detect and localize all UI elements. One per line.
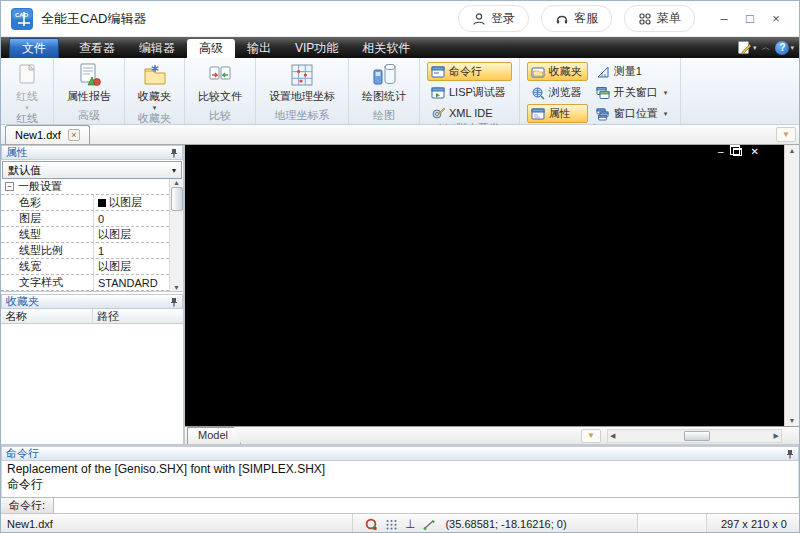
properties-scrollbar[interactable]: ▲ ▼	[169, 179, 183, 291]
grid-toggle-icon[interactable]	[385, 518, 398, 531]
canvas-scroll-up-icon[interactable]: ▲	[789, 147, 796, 154]
help-button[interactable]: ? ▾	[775, 41, 794, 55]
command-history[interactable]: Replacement of the [Geniso.SHX] font wit…	[1, 461, 799, 497]
mdi-close-icon[interactable]: ✕	[751, 147, 759, 157]
favorites-col-path[interactable]: 路径	[93, 309, 183, 323]
favorites-big-button[interactable]: 收藏夹 ▾	[132, 61, 177, 112]
window-properties-toggle[interactable]: 属性	[527, 104, 588, 123]
favorites-list[interactable]	[1, 324, 183, 444]
document-tab[interactable]: New1.dxf ×	[5, 125, 90, 144]
drawing-stats-button[interactable]: 绘图统计	[356, 61, 412, 105]
compare-files-label: 比较文件	[198, 89, 242, 104]
maximize-button[interactable]: □	[737, 11, 763, 26]
properties-pin-button[interactable]	[170, 148, 178, 158]
menu-button[interactable]: 菜单	[624, 5, 695, 32]
canvas-scroll-right-icon[interactable]: ▶	[774, 432, 779, 440]
color-swatch-icon	[98, 199, 106, 207]
command-line-button[interactable]: 命令行	[427, 62, 512, 81]
window-position-button[interactable]: 窗口位置 ▾	[592, 104, 674, 123]
document-tab-list-chevron-icon[interactable]: ▼	[776, 127, 796, 142]
favorites-col-name[interactable]: 名称	[1, 309, 93, 323]
mdi-minimize-icon[interactable]: –	[718, 147, 724, 157]
property-value[interactable]: 以图层	[93, 227, 169, 242]
polar-toggle-icon[interactable]	[422, 518, 437, 531]
login-button[interactable]: 登录	[458, 5, 529, 32]
properties-panel-title: 属性	[6, 145, 28, 160]
canvas-hscroll-thumb[interactable]	[684, 431, 710, 441]
command-pin-button[interactable]	[786, 449, 794, 459]
layout-tab-chevron-icon[interactable]: ▼	[581, 429, 601, 443]
drawing-canvas[interactable]: – ✕ ▲ ▼	[185, 145, 799, 426]
ribbon-group-favorites: 收藏夹 ▾ 收藏夹	[125, 58, 185, 124]
tab-output[interactable]: 输出	[235, 39, 283, 58]
tab-related[interactable]: 相关软件	[350, 39, 422, 58]
support-label: 客服	[574, 10, 598, 27]
command-input-label: 命令行:	[1, 498, 54, 513]
scroll-down-icon[interactable]: ▼	[173, 284, 180, 291]
tab-editor[interactable]: 编辑器	[127, 39, 187, 58]
window-browser-toggle[interactable]: 浏览器	[527, 83, 588, 102]
ortho-toggle-icon[interactable]: ⊥	[405, 517, 415, 531]
collapse-ribbon-button[interactable]: ︿	[761, 41, 770, 54]
main-area: 属性 默认值 ▾ − 一般设置 色彩	[1, 145, 799, 444]
tab-viewer[interactable]: 查看器	[67, 39, 127, 58]
xml-ide-button[interactable]: XML IDE	[427, 104, 512, 122]
property-group-row[interactable]: − 一般设置	[1, 179, 169, 195]
lisp-debugger-label: LISP调试器	[449, 85, 506, 100]
redline-button[interactable]: 红线 ▾	[8, 61, 46, 112]
canvas-scroll-left-icon[interactable]: ◀	[610, 432, 615, 440]
osnap-toggle-icon[interactable]	[365, 518, 378, 531]
support-button[interactable]: 客服	[541, 5, 612, 32]
canvas-horizontal-scrollbar[interactable]: ◀ ▶	[607, 429, 782, 443]
command-input[interactable]	[54, 498, 799, 513]
property-value[interactable]: 以图层	[93, 259, 169, 274]
close-button[interactable]: ×	[763, 11, 789, 26]
layout-tab-bar: Model ▼ ◀ ▶	[185, 426, 799, 444]
property-value[interactable]: STANDARD	[93, 275, 169, 290]
group-label-redline: 红线	[1, 112, 53, 125]
favorites-big-label: 收藏夹	[138, 89, 171, 104]
property-value[interactable]: 1	[93, 243, 169, 258]
group-label-geo: 地理坐标系	[256, 109, 348, 124]
minimize-button[interactable]: –	[711, 11, 737, 26]
scroll-up-icon[interactable]: ▲	[173, 179, 180, 186]
properties-scrollbar-thumb[interactable]	[171, 187, 183, 211]
property-value-color[interactable]: 以图层	[93, 195, 169, 210]
model-tab[interactable]: Model	[187, 427, 241, 444]
ribbon-group-window: 收藏夹 浏览器 属性 测量1 开关窗口	[520, 58, 682, 124]
collapse-group-icon[interactable]: −	[5, 182, 14, 191]
ribbon-group-geo: 设置地理坐标 地理坐标系	[256, 58, 349, 124]
window-properties-icon	[531, 107, 545, 121]
tabstrip-right-tools: ▾ ︿ ? ▾	[737, 38, 794, 57]
properties-preset-dropdown[interactable]: 默认值 ▾	[2, 161, 182, 179]
document-tab-bar: New1.dxf × ▼	[1, 125, 799, 145]
property-report-button[interactable]: 属性报告	[61, 61, 117, 105]
lisp-debugger-button[interactable]: LISP调试器	[427, 83, 512, 102]
mdi-restore-icon[interactable]	[733, 148, 742, 156]
canvas-scroll-down-icon[interactable]: ▼	[789, 417, 796, 424]
toggle-window-button[interactable]: 开关窗口 ▾	[592, 83, 674, 102]
window-position-icon	[596, 107, 610, 121]
window-favorites-toggle[interactable]: 收藏夹	[527, 62, 588, 81]
command-panel: 命令行 Replacement of the [Geniso.SHX] font…	[1, 444, 799, 513]
favorites-pin-button[interactable]	[170, 297, 178, 307]
xml-ide-label: XML IDE	[449, 107, 493, 119]
mdi-window-controls: – ✕	[718, 147, 759, 157]
tab-vip[interactable]: VIP功能	[283, 39, 350, 58]
tab-file[interactable]: 文件	[9, 38, 59, 58]
measure1-button[interactable]: 测量1	[592, 62, 674, 81]
command-panel-header: 命令行	[1, 446, 799, 461]
quick-edit-button[interactable]: ▾	[737, 40, 757, 55]
property-row-ltscale: 线型比例 1	[1, 243, 169, 259]
set-geo-coords-button[interactable]: 设置地理坐标	[263, 61, 341, 105]
command-panel-title: 命令行	[6, 446, 39, 461]
window-controls: – □ ×	[711, 11, 789, 26]
compare-files-button[interactable]: 比较文件	[192, 61, 248, 105]
property-row-color: 色彩 以图层	[1, 195, 169, 211]
canvas-vertical-scrollbar[interactable]: ▲ ▼	[784, 145, 799, 426]
tab-advanced[interactable]: 高级	[187, 39, 235, 58]
property-row-layer: 图层 0	[1, 211, 169, 227]
canvas-area: – ✕ ▲ ▼ Model ▼ ◀ ▶	[185, 145, 799, 444]
document-tab-close-icon[interactable]: ×	[68, 129, 80, 141]
property-value[interactable]: 0	[93, 211, 169, 226]
